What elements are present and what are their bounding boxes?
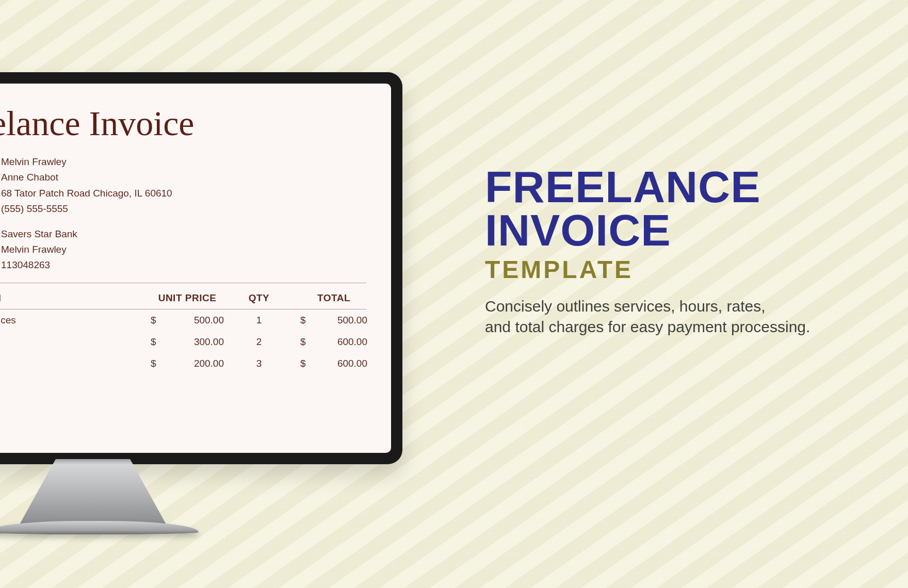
bill-to-contact: Anne Chabot <box>1 170 58 185</box>
bill-to-address: 68 Tator Patch Road Chicago, IL 60610 <box>1 186 172 201</box>
bill-to-block: o: Melvin Frawley Anne Chabot 68 Tator P… <box>1 154 366 217</box>
account-no: 113048263 <box>1 257 50 273</box>
bank-block: Savers Star Bank ame Melvin Frawley o 11… <box>1 226 366 273</box>
bill-to-phone: (555) 555-5555 <box>1 201 68 217</box>
cell-description: riting <box>0 336 151 348</box>
cell-unit-price: $500.00 <box>151 315 233 326</box>
cell-unit-price: $300.00 <box>151 336 233 348</box>
col-total: TOTAL <box>285 292 367 304</box>
bill-to-name: Melvin Frawley <box>1 154 67 170</box>
promo-description: Concisely outlines services, hours, rate… <box>485 296 877 338</box>
promo-title-line2: INVOICE <box>485 208 877 252</box>
cell-description: esign <box>0 358 151 369</box>
invoice-table: PTION UNIT PRICE QTY TOTAL n Services$50… <box>0 288 366 374</box>
promo-block: FREELANCE INVOICE TEMPLATE Concisely out… <box>485 165 877 338</box>
col-unit-price: UNIT PRICE <box>151 292 233 304</box>
col-description: PTION <box>0 292 151 304</box>
cell-unit-price: $200.00 <box>151 358 233 369</box>
cell-total: $600.00 <box>285 358 367 369</box>
cell-total: $500.00 <box>285 315 367 326</box>
table-row: n Services$500.001$500.00 <box>0 309 366 331</box>
table-row: esign$200.003$600.00 <box>0 353 366 374</box>
table-divider-top <box>0 283 366 283</box>
table-row: riting$300.002$600.00 <box>0 331 366 353</box>
monitor-screen: elance Invoice o: Melvin Frawley Anne Ch… <box>0 84 391 453</box>
cell-qty: 3 <box>233 358 285 369</box>
monitor-device: elance Invoice o: Melvin Frawley Anne Ch… <box>0 72 402 464</box>
cell-total: $600.00 <box>285 336 367 348</box>
col-qty: QTY <box>233 292 285 304</box>
bank-name: Savers Star Bank <box>1 226 77 242</box>
promo-title-line1: FREELANCE <box>485 165 877 208</box>
invoice-title: elance Invoice <box>0 103 366 144</box>
cell-description: n Services <box>0 315 151 326</box>
cell-qty: 1 <box>233 315 285 326</box>
cell-qty: 2 <box>233 336 285 348</box>
table-header: PTION UNIT PRICE QTY TOTAL <box>0 288 366 309</box>
promo-subtitle: TEMPLATE <box>485 255 877 284</box>
account-name: Melvin Frawley <box>1 242 67 257</box>
